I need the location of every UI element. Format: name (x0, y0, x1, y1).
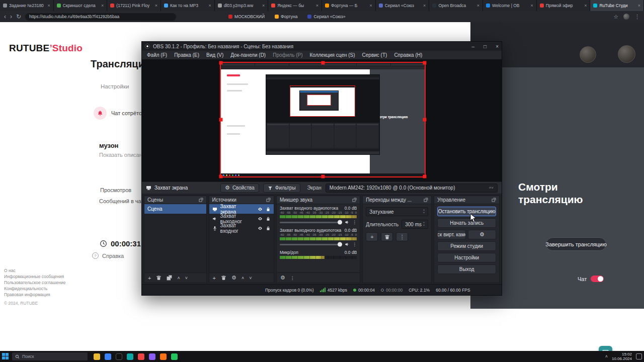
volume-slider[interactable] (280, 222, 342, 223)
browser-tab[interactable]: Welcome | OB× (483, 0, 537, 11)
scene-item[interactable]: Сцена (144, 204, 206, 214)
menu-profile[interactable]: Профиль (P) (273, 52, 302, 58)
tab-close-icon[interactable]: × (530, 3, 533, 8)
visibility-eye-icon[interactable] (258, 207, 263, 212)
menu-docks[interactable]: Док-панели (D) (230, 52, 266, 58)
app-icon[interactable] (171, 353, 178, 360)
maximize-button[interactable]: □ (484, 44, 487, 49)
app-icon[interactable] (138, 353, 144, 360)
transitions-dock-header[interactable]: Переходы между ... (363, 196, 431, 204)
visibility-eye-icon[interactable] (258, 216, 263, 221)
settings-button[interactable]: Настройки (437, 253, 496, 262)
move-source-down-button[interactable]: ˅ (249, 276, 252, 281)
browser-menu-icon[interactable]: ⋮ (634, 14, 640, 20)
start-recording-button[interactable]: Начать запись (437, 218, 496, 228)
tab-close-icon[interactable]: × (262, 3, 265, 8)
browser-tab[interactable]: Сериал «Союз× (376, 0, 430, 11)
mixer-dock-header[interactable]: Микшер звука (277, 196, 360, 204)
back-icon[interactable]: ‹ (4, 14, 6, 20)
exit-button[interactable]: Выход (437, 264, 496, 274)
remove-scene-button[interactable] (156, 275, 162, 281)
remove-transition-button[interactable] (381, 232, 393, 241)
source-properties-button[interactable]: ⚙ (231, 275, 236, 281)
bookmark-item[interactable]: МОСКОВСКИЙ (228, 14, 265, 19)
selection-handle[interactable] (423, 175, 427, 178)
tab-close-icon[interactable]: × (423, 3, 426, 8)
slider-knob[interactable] (338, 220, 342, 225)
browser-tab[interactable]: dl03.y2mp3.ww× (215, 0, 269, 11)
speaker-icon[interactable] (345, 242, 350, 247)
move-scene-down-button[interactable]: ˅ (185, 276, 188, 281)
minimize-button[interactable]: – (472, 44, 475, 49)
visibility-eye-icon[interactable] (258, 226, 263, 231)
notifications-icon[interactable] (636, 353, 642, 359)
obs-titlebar[interactable]: OBS 30.1.2 - Профиль: Без названия - Сце… (142, 42, 502, 51)
footer-link[interactable]: Пользовательское соглашение (4, 280, 65, 285)
browser-tab[interactable]: (17211) Pink Floy× (107, 0, 161, 11)
selection-handle[interactable] (219, 61, 223, 65)
virtual-camera-button[interactable]: апуск вирт. камеры (437, 230, 465, 239)
slider-knob[interactable] (338, 242, 342, 247)
scenes-dock-header[interactable]: Сцены (144, 196, 206, 204)
move-source-up-button[interactable]: ˄ (242, 276, 244, 281)
help-link[interactable]: ? Справка (92, 252, 124, 259)
chat-fab-button[interactable] (599, 346, 612, 351)
tray-expand-icon[interactable]: ˄ (605, 354, 608, 359)
rutube-studio-logo[interactable]: RUTUBE’Studio (9, 43, 83, 54)
menu-edit[interactable]: Правка (E) (174, 52, 199, 58)
footer-link[interactable]: Конфиденциальность (4, 286, 65, 291)
app-icon[interactable] (94, 353, 100, 360)
app-icon[interactable] (105, 353, 111, 360)
source-item[interactable]: Захват входног (209, 223, 274, 233)
tab-close-icon[interactable]: × (101, 3, 104, 8)
app-icon[interactable] (116, 353, 122, 360)
move-scene-up-button[interactable]: ˄ (177, 276, 180, 281)
mixer-menu-icon[interactable]: ⋮ (290, 276, 295, 281)
properties-button[interactable]: ⚙ Свойства (220, 184, 259, 193)
tab-close-icon[interactable]: × (316, 3, 318, 8)
browser-tab[interactable]: Open Broadca× (429, 0, 483, 11)
add-scene-button[interactable]: + (148, 275, 151, 281)
popout-icon[interactable] (352, 198, 357, 202)
bookmark-item[interactable]: Сериал «Союз» (307, 14, 345, 19)
bookmark-item[interactable]: Фортуна (275, 14, 297, 19)
add-source-button[interactable]: + (213, 275, 216, 281)
tab-close-icon[interactable]: × (638, 3, 640, 8)
lock-icon[interactable] (266, 207, 271, 212)
browser-tab[interactable]: Задание №23180× (0, 0, 54, 11)
browser-tab[interactable]: Скриншот сдела× (54, 0, 108, 11)
selection-handle[interactable] (321, 175, 325, 178)
browser-tab[interactable]: Прямой эфир× (537, 0, 591, 11)
duration-spinbox[interactable]: 300 ms ˄˅ (401, 220, 428, 229)
speaker-icon[interactable] (345, 220, 350, 225)
virtual-camera-settings-button[interactable]: ⚙ (468, 230, 496, 239)
popout-icon[interactable] (199, 198, 203, 202)
tab-close-icon[interactable]: × (155, 3, 157, 8)
tab-close-icon[interactable]: × (369, 3, 372, 8)
browser-tab[interactable]: Яндекс — бы× (268, 0, 322, 11)
selection-handle[interactable] (321, 61, 325, 65)
selection-handle[interactable] (423, 61, 427, 65)
captured-screen[interactable]: Смотри трансляцию (220, 62, 426, 177)
sources-dock-header[interactable]: Источники (209, 196, 274, 204)
browser-tab-active[interactable]: RuTube Студи× (590, 0, 644, 11)
menu-scene-collection[interactable]: Коллекция сцен (S) (309, 52, 355, 58)
footer-link[interactable]: Правовая информация (4, 292, 65, 297)
chat-toggle[interactable] (591, 276, 604, 282)
filters-button[interactable]: Фильтры (263, 184, 300, 193)
add-transition-button[interactable]: + (366, 232, 378, 241)
app-icon[interactable] (149, 353, 155, 360)
source-item[interactable]: Захват выходног (209, 214, 274, 223)
footer-link[interactable]: О нас (4, 268, 65, 273)
address-bar[interactable]: https://studio.rutube.ru/69e9aa3b7f41292… (25, 13, 176, 21)
taskbar-clock[interactable]: 15:02 10.06.2024 (612, 352, 632, 361)
mixer-settings-button[interactable]: ⚙ (280, 275, 285, 281)
footer-link[interactable]: Информационные сообщения (4, 274, 65, 279)
controls-dock-header[interactable]: Управление (434, 196, 499, 204)
channel-menu-icon[interactable]: ⋮ (352, 220, 357, 225)
channel-menu-icon[interactable]: ⋮ (352, 242, 357, 247)
stop-streaming-button[interactable]: Остановить трансляцию (437, 207, 496, 216)
popout-icon[interactable] (424, 198, 428, 202)
tab-close-icon[interactable]: × (47, 3, 50, 8)
taskbar-search[interactable]: Поиск (12, 352, 88, 360)
